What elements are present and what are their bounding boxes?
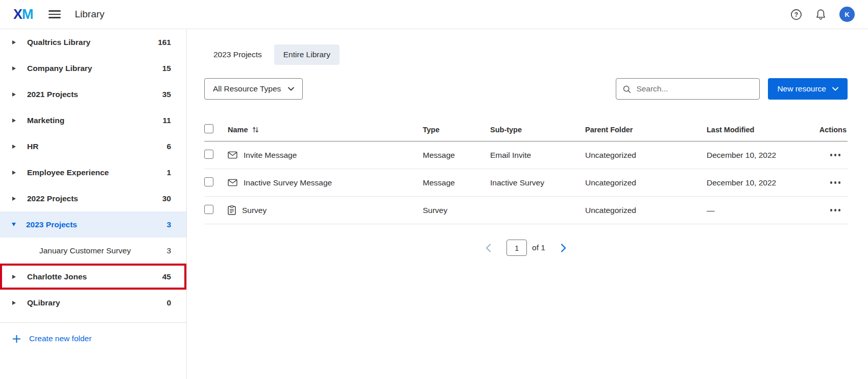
resource-subtype: Inactive Survey [490, 178, 585, 187]
xm-logo[interactable]: XM [13, 7, 33, 22]
folder-count: 161 [158, 38, 171, 47]
svg-text:?: ? [794, 11, 798, 18]
folder-label: January Customer Survey [39, 246, 166, 255]
resource-type-filter-label: All Resource Types [213, 84, 281, 93]
row-checkbox[interactable] [204, 150, 213, 159]
sidebar-item-2022-projects[interactable]: 2022 Projects 30 [0, 185, 186, 211]
resource-name[interactable]: Inactive Survey Message [244, 178, 332, 187]
logo-x: X [13, 7, 22, 22]
column-header-last-modified: Last Modified [707, 126, 809, 134]
column-header-subtype: Sub-type [490, 126, 585, 134]
sidebar-item-qualtrics-library[interactable]: Qualtrics Library 161 [0, 29, 186, 55]
folder-label: QLibrary [27, 298, 166, 307]
sidebar-item-marketing[interactable]: Marketing 11 [0, 107, 186, 133]
sidebar-item-qlibrary[interactable]: QLibrary 0 [0, 290, 186, 316]
chevron-right-icon [12, 40, 16, 44]
resources-table: Name Type Sub-type Parent Folder Last Mo… [204, 118, 848, 224]
folder-count: 35 [162, 90, 171, 99]
folder-count: 11 [163, 116, 171, 125]
resource-name[interactable]: Invite Message [244, 151, 297, 160]
column-header-actions: Actions [809, 126, 848, 134]
sidebar-item-january-customer-survey[interactable]: January Customer Survey 3 [0, 238, 186, 264]
row-checkbox[interactable] [204, 177, 213, 186]
chevron-right-icon [12, 119, 16, 123]
folder-count: 45 [162, 272, 171, 281]
resource-parent-folder: Uncategorized [585, 151, 707, 160]
toolbar-right: New resource [616, 78, 848, 100]
page-title: Library [75, 9, 105, 20]
envelope-icon [228, 151, 237, 159]
folder-label: HR [27, 142, 166, 151]
page-number-input[interactable] [507, 240, 527, 256]
envelope-icon [228, 179, 237, 186]
search-icon [622, 85, 631, 93]
resource-name[interactable]: Survey [242, 206, 267, 215]
resource-parent-folder: Uncategorized [585, 178, 707, 187]
table-header-row: Name Type Sub-type Parent Folder Last Mo… [204, 118, 848, 141]
user-avatar[interactable]: K [839, 7, 855, 22]
search-input[interactable] [636, 84, 753, 93]
chevron-right-icon [12, 66, 16, 70]
sidebar-item-hr[interactable]: HR 6 [0, 133, 186, 159]
search-box [616, 78, 760, 100]
table-row: Survey Survey Uncategorized — [204, 197, 848, 224]
chevron-right-icon [12, 171, 16, 175]
sidebar-item-2021-projects[interactable]: 2021 Projects 35 [0, 81, 186, 107]
plus-icon [12, 335, 21, 343]
sidebar-item-charlotte-jones[interactable]: Charlotte Jones 45 [0, 264, 186, 290]
resource-type: Survey [423, 206, 490, 215]
resource-parent-folder: Uncategorized [585, 206, 707, 215]
sidebar-item-employee-experience[interactable]: Employee Experience 1 [0, 159, 186, 185]
folder-count: 15 [162, 64, 171, 73]
resource-last-modified: — [707, 206, 809, 215]
folder-sidebar: Qualtrics Library 161 Company Library 15… [0, 29, 187, 379]
help-icon[interactable]: ? [790, 9, 802, 20]
library-main: 2023 Projects Entire Library All Resourc… [187, 29, 868, 379]
folder-label: 2021 Projects [27, 90, 162, 99]
sidebar-item-2023-projects[interactable]: 2023 Projects 3 [0, 211, 186, 238]
library-tabs: 2023 Projects Entire Library [204, 44, 848, 65]
new-resource-button[interactable]: New resource [768, 78, 848, 100]
logo-m: M [22, 7, 33, 22]
row-actions-button[interactable] [809, 181, 848, 184]
create-new-folder-button[interactable]: Create new folder [0, 323, 186, 354]
top-header: XM Library ? K [0, 0, 868, 29]
resource-type: Message [423, 151, 490, 160]
column-header-type: Type [423, 126, 490, 134]
sort-icon[interactable] [252, 126, 259, 133]
app: XM Library ? K Qualtrics Library 161 Com… [0, 0, 868, 379]
pagination: of 1 [204, 240, 848, 256]
folder-label: Employee Experience [27, 168, 166, 177]
folder-label: 2023 Projects [26, 220, 166, 229]
row-checkbox[interactable] [204, 205, 213, 214]
row-actions-button[interactable] [809, 209, 848, 211]
create-new-folder-label: Create new folder [29, 334, 91, 343]
header-right: ? K [790, 7, 855, 22]
table-row: Invite Message Message Email Invite Unca… [204, 141, 848, 169]
folder-label: Qualtrics Library [27, 38, 158, 47]
hamburger-menu-icon[interactable] [49, 10, 61, 18]
chevron-right-icon [12, 301, 16, 305]
folder-label: Marketing [27, 116, 163, 125]
row-actions-button[interactable] [809, 154, 848, 156]
tab-entire-library[interactable]: Entire Library [274, 44, 340, 65]
chevron-down-icon [832, 87, 838, 91]
chevron-right-icon [12, 145, 16, 149]
chevron-down-icon [12, 223, 16, 226]
next-page-icon[interactable] [561, 244, 566, 252]
resource-last-modified: December 10, 2022 [707, 178, 809, 187]
select-all-checkbox[interactable] [204, 124, 213, 133]
resource-type-filter-dropdown[interactable]: All Resource Types [204, 78, 303, 100]
previous-page-icon[interactable] [486, 244, 491, 252]
chevron-right-icon [12, 92, 16, 97]
toolbar: All Resource Types New resource [204, 78, 848, 100]
sidebar-item-company-library[interactable]: Company Library 15 [0, 55, 186, 81]
page-count-label: of 1 [532, 243, 545, 252]
tab-2023-projects[interactable]: 2023 Projects [204, 44, 271, 65]
resource-last-modified: December 10, 2022 [707, 151, 809, 160]
column-header-name[interactable]: Name [228, 126, 423, 134]
notifications-bell-icon[interactable] [815, 9, 826, 20]
chevron-down-icon [288, 87, 294, 91]
new-resource-label: New resource [777, 84, 826, 93]
content: Qualtrics Library 161 Company Library 15… [0, 29, 868, 379]
